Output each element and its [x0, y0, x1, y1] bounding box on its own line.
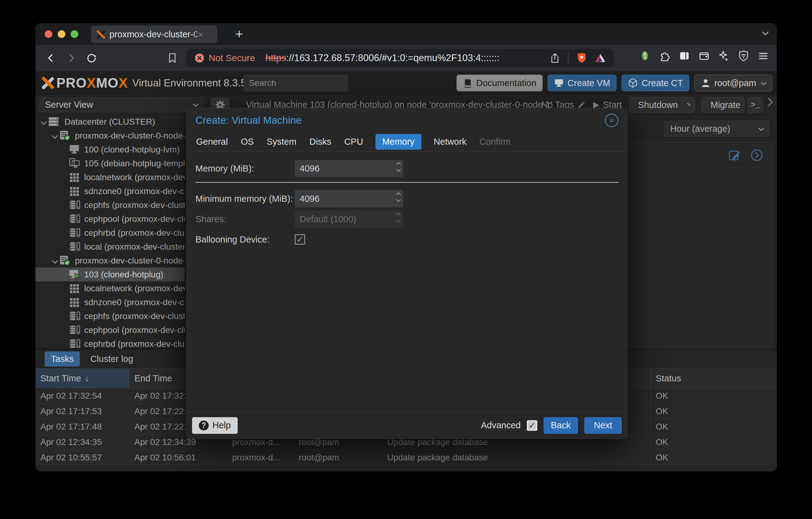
sidebar-item-cephpool-1[interactable]: cephpool (proxmox-dev-clu [35, 323, 185, 337]
sidebar-item-vm-103[interactable]: 103 (cloned-hotplug) [35, 268, 185, 281]
create-vm-button[interactable]: Create VM [548, 75, 617, 91]
chevron-down-icon [761, 80, 766, 85]
bookmark-icon[interactable] [167, 53, 177, 63]
pve-version-label: Virtual Environment 8.3.5 [132, 77, 246, 89]
tab-system[interactable]: System [266, 134, 297, 149]
view-selector[interactable]: Server View [39, 98, 203, 112]
browser-tab[interactable]: proxmox-dev-cluster-0-node × [91, 26, 218, 43]
min-memory-input[interactable] [295, 194, 384, 204]
brave-rewards-icon[interactable] [595, 53, 605, 63]
expander-icon[interactable] [52, 133, 58, 139]
reload-icon[interactable] [87, 53, 96, 63]
sort-down-icon: ↓ [85, 373, 89, 383]
cube-icon [628, 78, 638, 88]
spinner-icons[interactable] [397, 163, 400, 171]
sidebar-item-cephfs-1[interactable]: cephfs (proxmox-dev-cluste [35, 309, 185, 323]
tab-cluster-log[interactable]: Cluster log [87, 351, 136, 366]
interval-selector[interactable]: Hour (average) [664, 121, 769, 137]
user-menu-button[interactable]: root@pam [694, 75, 772, 91]
brave-shields-icon[interactable] [577, 52, 587, 64]
sidebar-item-cephrbd-0[interactable]: cephrbd (proxmox-dev-clus [35, 226, 185, 240]
next-button[interactable]: Next [584, 417, 622, 434]
advanced-checkbox[interactable]: ✓ [527, 420, 537, 431]
divider [568, 53, 569, 63]
sidebar-item-datacenter[interactable]: Datacenter (CLUSTER) [35, 115, 185, 129]
wallet-icon[interactable] [699, 50, 709, 61]
sidebar-item-cephfs-0[interactable]: cephfs (proxmox-dev-cluste [35, 198, 185, 212]
search-input[interactable] [243, 75, 348, 91]
password-manager-icon[interactable] [639, 50, 650, 61]
sidebar-item-vm-100[interactable]: 100 (cloned-hotplug-lvm) [35, 142, 185, 157]
desktop-background: proxmox-dev-cluster-0-node × + Not Secur… [0, 0, 812, 519]
sidebar-item-cephrbd-1[interactable]: cephrbd (proxmox-dev-clus [35, 337, 185, 349]
help-button[interactable]: ? Help [192, 417, 238, 434]
spinner-icons [397, 213, 400, 222]
sidebar-item-template-105[interactable]: 105 (debian-hotplug-templat [35, 157, 185, 170]
chevron-down-icon [687, 103, 691, 106]
vpn-icon[interactable] [738, 50, 749, 61]
task-row[interactable]: Apr 02 10:55:57 Apr 02 10:56:01 proxmox-… [35, 450, 777, 465]
dialog-header[interactable]: Create: Virtual Machine × [187, 108, 627, 132]
min-memory-label: Minimum memory (MiB): [196, 194, 295, 204]
vm-running-icon [69, 269, 81, 279]
side-panel-icon[interactable] [679, 50, 690, 61]
new-tab-button[interactable]: + [235, 26, 243, 42]
tab-general[interactable]: General [196, 134, 228, 149]
back-button[interactable]: Back [544, 417, 578, 434]
spinner-icons[interactable] [397, 193, 400, 201]
edit-notes-icon[interactable] [728, 148, 742, 162]
migrate-button[interactable]: Migrate [702, 97, 744, 113]
ballooning-label: Ballooning Device: [196, 235, 295, 245]
expander-icon[interactable] [41, 119, 47, 125]
tab-memory[interactable]: Memory [375, 134, 422, 149]
memory-stepper[interactable] [295, 160, 403, 177]
console-button[interactable]: >_ [748, 97, 763, 113]
memory-input[interactable] [295, 164, 384, 174]
proxmox-logo-text: PROXMOX [56, 75, 128, 91]
sidebar-item-localnetwork-1[interactable]: localnetwork (proxmox-dev- [35, 281, 185, 295]
sidebar-item-cephpool-0[interactable]: cephpool (proxmox-dev-clu [35, 212, 185, 226]
tab-disks[interactable]: Disks [309, 134, 332, 149]
dialog-tabs: General OS System Disks CPU Memory Netwo… [187, 132, 627, 151]
fullscreen-window-button[interactable] [70, 30, 78, 38]
min-memory-stepper[interactable] [295, 190, 403, 207]
sidebar-item-sdnzone0-1[interactable]: sdnzone0 (proxmox-dev-clu [35, 295, 185, 309]
extensions-icon[interactable] [659, 50, 670, 61]
tab-tasks[interactable]: Tasks [45, 351, 80, 366]
expander-icon[interactable] [52, 258, 58, 264]
sidebar-item-localnetwork-0[interactable]: localnetwork (proxmox-dev- [35, 170, 185, 184]
column-header-start-time[interactable]: Start Time ↓ [35, 369, 129, 388]
menu-icon[interactable] [758, 50, 769, 61]
forward-icon[interactable] [66, 53, 76, 63]
leo-ai-icon[interactable] [718, 50, 729, 61]
create-ct-button[interactable]: Create CT [621, 75, 689, 91]
tab-cpu[interactable]: CPU [344, 134, 364, 149]
back-icon[interactable] [46, 53, 56, 63]
sidebar-item-node-0[interactable]: proxmox-dev-cluster-0-node-0 [35, 129, 185, 142]
status-value: OK [650, 434, 777, 449]
column-header-status[interactable]: Status [650, 369, 777, 388]
circle-chevron-icon[interactable] [750, 148, 763, 162]
chevron-down-icon [193, 101, 198, 107]
address-bar[interactable]: Not Secure https://163.172.68.57:8006/#v… [186, 49, 613, 67]
monitor-icon [554, 78, 564, 88]
share-icon[interactable] [550, 52, 560, 63]
sidebar-item-sdnzone0-0[interactable]: sdnzone0 (proxmox-dev-clu [35, 184, 185, 198]
network-icon [69, 283, 81, 294]
sidebar-item-local-0[interactable]: local (proxmox-dev-cluster- [35, 240, 185, 254]
close-window-button[interactable] [45, 30, 52, 38]
tab-network[interactable]: Network [433, 134, 467, 149]
tab-search-chevron-icon[interactable] [762, 29, 768, 35]
storage-icon [69, 200, 81, 210]
shutdown-button[interactable]: Shutdown [629, 97, 695, 113]
documentation-button[interactable]: Documentation [457, 75, 543, 91]
sidebar-item-node-1[interactable]: proxmox-dev-cluster-0-node-1 [35, 254, 185, 268]
tab-os[interactable]: OS [240, 134, 254, 149]
question-icon: ? [199, 420, 209, 431]
storage-icon [69, 227, 81, 238]
ballooning-checkbox[interactable]: ✓ [295, 234, 305, 245]
dialog-close-icon[interactable]: × [605, 113, 618, 127]
chevron-right-icon[interactable] [764, 98, 773, 106]
minimize-window-button[interactable] [58, 30, 65, 38]
not-secure-badge[interactable]: Not Secure [195, 53, 255, 63]
